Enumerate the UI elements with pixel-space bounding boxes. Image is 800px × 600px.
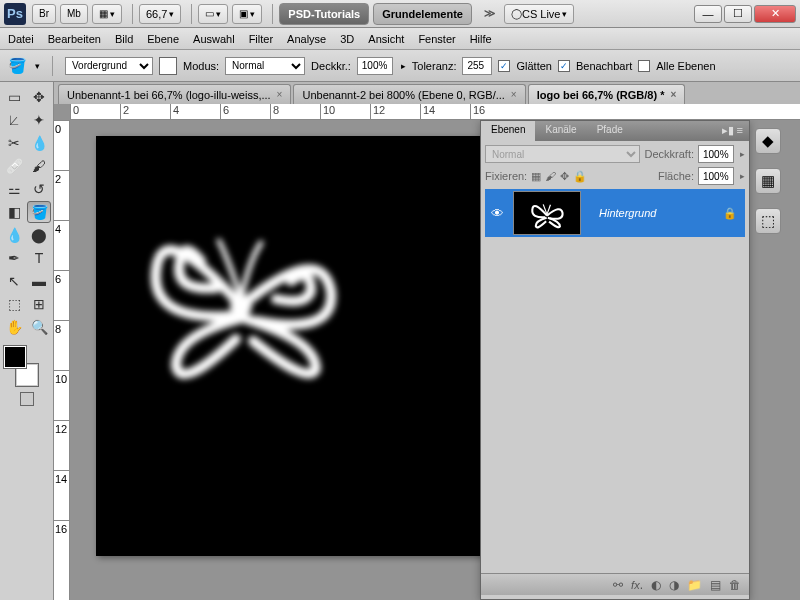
close-icon[interactable]: × (670, 89, 676, 100)
tab-kanaele[interactable]: Kanäle (535, 121, 586, 141)
minibridge-button[interactable]: Mb (60, 4, 88, 24)
layer-thumbnail[interactable] (513, 191, 581, 235)
layer-row[interactable]: 👁 Hintergrund 🔒 (485, 189, 745, 237)
vertical-ruler[interactable]: 0246810121416 (54, 120, 70, 600)
new-layer-icon[interactable]: ▤ (710, 578, 721, 592)
panel-menu-icon[interactable]: ▸▮ ≡ (716, 121, 749, 141)
bridge-button[interactable]: Br (32, 4, 56, 24)
dodge-tool[interactable]: ⬤ (27, 224, 51, 246)
menu-fenster[interactable]: Fenster (418, 33, 455, 45)
crop-tool[interactable]: ✂ (2, 132, 26, 154)
screenmode-button[interactable]: ▣▾ (232, 4, 262, 24)
group-icon[interactable]: 📁 (687, 578, 702, 592)
lock-pixels-icon[interactable]: ▦ (531, 170, 541, 183)
stamp-tool[interactable]: ⚍ (2, 178, 26, 200)
type-tool[interactable]: T (27, 247, 51, 269)
horizontal-ruler[interactable]: 0246810121416 (70, 104, 800, 120)
path-select-tool[interactable]: ↖ (2, 270, 26, 292)
menubar: Datei Bearbeiten Bild Ebene Auswahl Filt… (0, 28, 800, 50)
fill-source-select[interactable]: Vordergrund (65, 57, 153, 75)
3d-tool[interactable]: ⬚ (2, 293, 26, 315)
doc-tab-3[interactable]: logo bei 66,7% (RGB/8) *× (528, 84, 686, 104)
lock-position-icon[interactable]: ✥ (560, 170, 569, 183)
app-icon: Ps (4, 3, 26, 25)
menu-ebene[interactable]: Ebene (147, 33, 179, 45)
bucket-tool[interactable]: 🪣 (27, 201, 51, 223)
eraser-tool[interactable]: ◧ (2, 201, 26, 223)
doc-tab-2[interactable]: Unbenannt-2 bei 800% (Ebene 0, RGB/...× (293, 84, 525, 104)
close-icon[interactable]: × (511, 89, 517, 100)
arrange-button[interactable]: ▭▾ (198, 4, 228, 24)
layer-name[interactable]: Hintergrund (585, 207, 723, 219)
marquee-tool[interactable]: ▭ (2, 86, 26, 108)
trash-icon[interactable]: 🗑 (729, 578, 741, 592)
eyedropper-tool[interactable]: 💧 (27, 132, 51, 154)
swatches-panel-icon[interactable]: ▦ (755, 168, 781, 194)
toolbox: ▭ ✥ ⟀ ✦ ✂ 💧 🩹 🖌 ⚍ ↺ ◧ 🪣 💧 ⬤ ✒ T ↖ ▬ ⬚ ⊞ … (0, 82, 54, 600)
shape-tool[interactable]: ▬ (27, 270, 51, 292)
antialias-checkbox[interactable]: ✓ (498, 60, 510, 72)
menu-bild[interactable]: Bild (115, 33, 133, 45)
hand-tool[interactable]: ✋ (2, 316, 26, 338)
zoom-level[interactable]: 66,7▾ (139, 4, 181, 24)
alllayers-checkbox[interactable] (638, 60, 650, 72)
menu-bearbeiten[interactable]: Bearbeiten (48, 33, 101, 45)
camera-tool[interactable]: ⊞ (27, 293, 51, 315)
maximize-button[interactable]: ☐ (724, 5, 752, 23)
link-layers-icon[interactable]: ⚯ (613, 578, 623, 592)
fx-icon[interactable]: fx. (631, 578, 643, 592)
quickmask-button[interactable] (20, 392, 34, 406)
healing-tool[interactable]: 🩹 (2, 155, 26, 177)
cslive-button[interactable]: ◯ CS Live▾ (504, 4, 575, 24)
menu-hilfe[interactable]: Hilfe (470, 33, 492, 45)
menu-3d[interactable]: 3D (340, 33, 354, 45)
layer-blend-select[interactable]: Normal (485, 145, 640, 163)
workspace-psd-tutorials[interactable]: PSD-Tutorials (279, 3, 369, 25)
svg-point-0 (235, 300, 247, 312)
tab-pfade[interactable]: Pfade (587, 121, 633, 141)
move-tool[interactable]: ✥ (27, 86, 51, 108)
bucket-tool-icon[interactable]: 🪣 (8, 57, 27, 75)
doc-tab-1[interactable]: Unbenannt-1 bei 66,7% (logo-illu-weiss,.… (58, 84, 291, 104)
tolerance-input[interactable] (462, 57, 492, 75)
mask-icon[interactable]: ◐ (651, 578, 661, 592)
layer-fill-input[interactable] (698, 167, 734, 185)
close-button[interactable]: ✕ (754, 5, 796, 23)
color-panel-icon[interactable]: ◆ (755, 128, 781, 154)
lock-all-icon[interactable]: 🔒 (573, 170, 587, 183)
opacity-input[interactable] (357, 57, 393, 75)
pattern-swatch[interactable] (159, 57, 177, 75)
lasso-tool[interactable]: ⟀ (2, 109, 26, 131)
minimize-button[interactable]: — (694, 5, 722, 23)
menu-ansicht[interactable]: Ansicht (368, 33, 404, 45)
menu-filter[interactable]: Filter (249, 33, 273, 45)
view-extras-button[interactable]: ▦▾ (92, 4, 122, 24)
contiguous-checkbox[interactable]: ✓ (558, 60, 570, 72)
layers-panel: Ebenen Kanäle Pfade ▸▮ ≡ Normal Deckkraf… (480, 120, 750, 600)
visibility-icon[interactable]: 👁 (485, 206, 509, 221)
brush-tool[interactable]: 🖌 (27, 155, 51, 177)
menu-analyse[interactable]: Analyse (287, 33, 326, 45)
layer-opacity-input[interactable] (698, 145, 734, 163)
mode-label: Modus: (183, 60, 219, 72)
menu-auswahl[interactable]: Auswahl (193, 33, 235, 45)
close-icon[interactable]: × (277, 89, 283, 100)
tolerance-label: Toleranz: (412, 60, 457, 72)
lock-icon: 🔒 (723, 207, 737, 220)
pen-tool[interactable]: ✒ (2, 247, 26, 269)
styles-panel-icon[interactable]: ⬚ (755, 208, 781, 234)
zoom-tool[interactable]: 🔍 (27, 316, 51, 338)
history-brush-tool[interactable]: ↺ (27, 178, 51, 200)
tab-ebenen[interactable]: Ebenen (481, 121, 535, 141)
menu-datei[interactable]: Datei (8, 33, 34, 45)
more-icon[interactable]: ≫ (484, 7, 496, 20)
blur-tool[interactable]: 💧 (2, 224, 26, 246)
opacity-label: Deckkr.: (311, 60, 351, 72)
workspace-grundelemente[interactable]: Grundelemente (373, 3, 472, 25)
lock-paint-icon[interactable]: 🖌 (545, 170, 556, 182)
adjustment-icon[interactable]: ◑ (669, 578, 679, 592)
foreground-color[interactable] (4, 346, 26, 368)
blend-mode-select[interactable]: Normal (225, 57, 305, 75)
wand-tool[interactable]: ✦ (27, 109, 51, 131)
butterfly-artwork (121, 181, 361, 401)
